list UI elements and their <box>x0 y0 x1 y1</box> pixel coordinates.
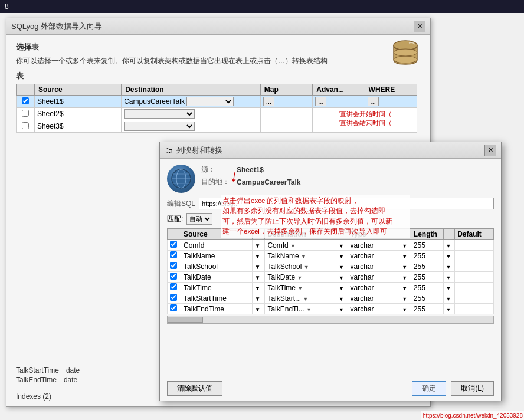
cancel-button[interactable]: 取消(L) <box>451 381 494 396</box>
row3-dest-select[interactable] <box>124 122 195 131</box>
map-row-dest-1: TalkName ▼ <box>265 251 336 261</box>
bottom-url-annotation: https://blog.csdn.net/weixin_42053928 <box>421 411 524 420</box>
map-row-dest-0: ComId ▼ <box>265 240 336 251</box>
map-row-arrow3-6: ▼ <box>399 304 411 314</box>
map-row-length-5: 255 <box>411 293 443 304</box>
main-table-header-destination: Destination <box>122 84 261 96</box>
map-row-arrow4-2: ▼ <box>443 261 455 272</box>
map-row-length-1: 255 <box>411 251 443 261</box>
mapping-table-row[interactable]: TalkStartTime ▼ TalkStart... ▼ ▼ varchar… <box>168 293 494 304</box>
map-row-arrow2-4: ▼ <box>336 283 348 293</box>
mapping-table-row[interactable]: ComId ▼ ComId ▼ ▼ varchar ▼ 255 ▼ <box>168 240 494 251</box>
edit-sql-label: 编辑SQL <box>167 199 195 209</box>
row1-where-cell: ... <box>365 96 417 108</box>
map-row-arrow4-5: ▼ <box>443 293 455 304</box>
table-row[interactable]: Sheet1$ CampusCareerTalk ... ... ... <box>17 96 417 108</box>
row1-map-button[interactable]: ... <box>263 97 274 106</box>
row1-check-cell[interactable] <box>17 96 35 108</box>
mapping-dialog-titlebar: 🗂 列映射和转换 ✕ <box>160 142 501 159</box>
mapping-table-row[interactable]: TalkName ▼ TalkName ▼ ▼ varchar ▼ 255 ▼ <box>168 251 494 261</box>
map-row-checkbox-6[interactable] <box>170 304 177 311</box>
row3-check-cell[interactable] <box>17 120 35 133</box>
source-value: Sheet1$ <box>237 166 264 174</box>
mapping-table-row[interactable]: TalkDate ▼ TalkDate ▼ ▼ varchar ▼ 255 ▼ <box>168 272 494 283</box>
map-row-type-4: varchar <box>348 283 399 293</box>
map-row-check-2[interactable] <box>168 261 181 272</box>
source-row: 源： Sheet1$ <box>201 165 494 175</box>
main-table-header-where: WHERE <box>365 84 417 96</box>
mapping-table-row[interactable]: TalkSchool ▼ TalkSchool ▼ ▼ varchar ▼ 25… <box>168 261 494 272</box>
right-annotation: '直讲会开始时间（ '直讲会结束时间（ <box>339 110 427 128</box>
annotation-overlay: 点击弹出excel的列值和数据表字段的映射， 如果有多余列没有对应的数据表字段值… <box>221 195 410 238</box>
row2-map-cell <box>260 108 312 120</box>
map-row-checkbox-5[interactable] <box>170 294 177 301</box>
row3-checkbox[interactable] <box>22 122 29 129</box>
map-row-source-5: TalkStartTime <box>181 293 253 304</box>
tab-number: 8 <box>5 2 9 11</box>
section-title: 选择表 <box>16 42 421 52</box>
row2-dest-select[interactable] <box>124 109 195 119</box>
map-row-arrow4-1: ▼ <box>443 251 455 261</box>
annotation-line1: '直讲会开始时间（ <box>339 110 427 119</box>
main-table-header-map: Map <box>260 84 312 96</box>
row1-advan-button[interactable]: ... <box>315 97 326 106</box>
row1-where-button[interactable]: ... <box>368 97 379 106</box>
clear-defaults-button[interactable]: 清除默认值 <box>167 381 222 396</box>
row1-source-cell: Sheet1$ <box>34 96 121 108</box>
map-row-checkbox-0[interactable] <box>170 241 177 248</box>
table-label: 表 <box>16 71 421 81</box>
map-row-default-1 <box>455 251 494 261</box>
mapping-table-row[interactable]: TalkEndTime ▼ TalkEndTi... ▼ ▼ varchar ▼… <box>168 304 494 314</box>
map-header-length: Length <box>411 229 443 240</box>
row1-dest-select[interactable] <box>186 97 234 106</box>
map-row-checkbox-2[interactable] <box>170 262 177 269</box>
row1-dest-cell: CampusCareerTalk <box>122 96 261 108</box>
map-row-type-0: varchar <box>348 240 399 251</box>
row1-advan-cell: ... <box>313 96 365 108</box>
ok-button[interactable]: 确定 <box>412 381 446 396</box>
row1-map-cell: ... <box>260 96 312 108</box>
map-row-checkbox-1[interactable] <box>170 251 177 258</box>
map-row-check-3[interactable] <box>168 272 181 283</box>
info-block: 源： Sheet1$ 目的地： CampusCareerTalk <box>167 165 494 193</box>
map-row-check-4[interactable] <box>168 283 181 293</box>
annotation-text2: 如果有多余列没有对应的数据表字段值，去掉勾选即 <box>222 206 409 216</box>
map-row-arrow2-6: ▼ <box>336 304 348 314</box>
row2-source-cell: Sheet2$ <box>34 108 121 120</box>
mapping-table: Source Destination Type Length Default C… <box>167 228 494 314</box>
map-row-arrow1-6: ▼ <box>252 304 265 314</box>
map-row-type-1: varchar <box>348 251 399 261</box>
mapping-icon: 🗂 <box>165 146 173 155</box>
map-row-source-2: TalkSchool <box>181 261 253 272</box>
mapping-footer: 清除默认值 确定 取消(L) <box>167 381 494 396</box>
row2-check-cell[interactable] <box>17 108 35 120</box>
map-row-check-6[interactable] <box>168 304 181 314</box>
map-row-arrow3-0: ▼ <box>399 240 411 251</box>
mapping-scrollbar[interactable] <box>167 316 494 324</box>
map-row-arrow4-4: ▼ <box>443 283 455 293</box>
svg-point-2 <box>394 49 417 56</box>
row1-checkbox[interactable] <box>22 97 29 104</box>
map-row-checkbox-3[interactable] <box>170 273 177 280</box>
row2-checkbox[interactable] <box>22 110 29 117</box>
map-row-length-3: 255 <box>411 272 443 283</box>
match-select[interactable]: 自动 <box>186 213 212 225</box>
main-dialog-close-button[interactable]: ✕ <box>414 21 425 32</box>
main-table-header-advan: Advan... <box>313 84 365 96</box>
main-dialog-title: SQLyog 外部数据导入向导 <box>11 21 102 32</box>
mapping-table-row[interactable]: TalkTime ▼ TalkTime ▼ ▼ varchar ▼ 255 ▼ <box>168 283 494 293</box>
footer-right-buttons: 确定 取消(L) <box>412 381 494 396</box>
database-icon <box>390 40 421 65</box>
map-row-checkbox-4[interactable] <box>170 283 177 290</box>
map-row-check-5[interactable] <box>168 293 181 304</box>
map-row-arrow1-4: ▼ <box>252 283 265 293</box>
map-row-check-1[interactable] <box>168 251 181 261</box>
mapping-scroll-thumb[interactable] <box>168 317 203 323</box>
map-row-length-6: 255 <box>411 304 443 314</box>
map-row-arrow3-2: ▼ <box>399 261 411 272</box>
map-row-arrow2-1: ▼ <box>336 251 348 261</box>
mapping-dialog-close-button[interactable]: ✕ <box>484 145 496 156</box>
map-header-default: Default <box>455 229 494 240</box>
map-row-arrow1-2: ▼ <box>252 261 265 272</box>
map-row-check-0[interactable] <box>168 240 181 251</box>
